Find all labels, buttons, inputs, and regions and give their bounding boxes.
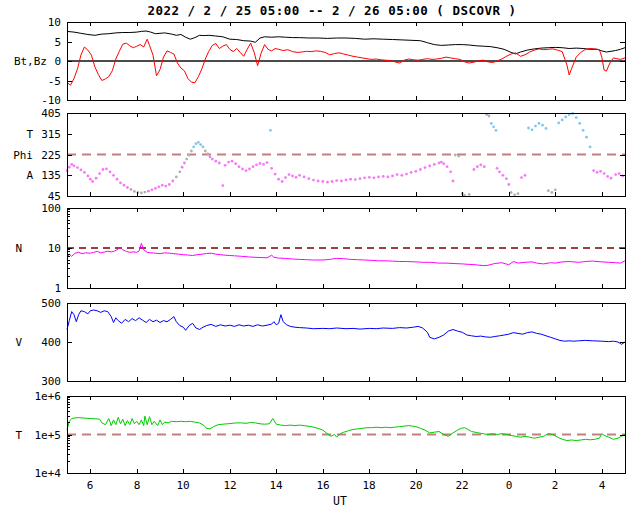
bt-bz-Bt-line: [67, 31, 625, 54]
phi-data-point: [144, 191, 147, 194]
x-tick-label: 22: [455, 479, 468, 492]
phi-data-point: [317, 180, 320, 183]
phi-data-point: [592, 169, 595, 172]
phi-data-point: [209, 155, 212, 158]
phi-data-point: [490, 122, 493, 125]
phi-data-point: [534, 125, 537, 128]
panel-label-temperature: T: [15, 429, 22, 442]
phi-data-point: [473, 168, 476, 171]
phi-data-point: [274, 173, 277, 176]
phi-data-point: [291, 175, 294, 178]
phi-data-point: [578, 122, 581, 125]
phi-data-point: [211, 158, 214, 161]
phi-data-point: [457, 155, 460, 158]
y-tick-label: 10: [48, 16, 61, 29]
y-tick-label: 1: [54, 282, 61, 295]
phi-data-point: [91, 180, 94, 183]
phi-data-point: [98, 172, 101, 175]
phi-data-point: [405, 173, 408, 176]
phi-data-point: [175, 176, 178, 179]
panel-label-phi: T: [26, 128, 33, 141]
phi-data-point: [545, 127, 548, 130]
phi-data-point: [199, 143, 202, 146]
phi-data-point: [610, 177, 613, 180]
phi-data-point: [89, 178, 92, 181]
x-tick-label: 20: [409, 479, 422, 492]
y-tick-label: 400: [41, 336, 61, 349]
phi-data-point: [95, 177, 98, 180]
phi-data-point: [440, 161, 443, 164]
y-tick-label: 300: [41, 375, 61, 388]
phi-data-point: [483, 165, 486, 168]
x-tick-label: 6: [87, 479, 94, 492]
phi-data-point: [303, 176, 306, 179]
phi-data-point: [238, 165, 241, 168]
phi-data-point: [554, 188, 557, 191]
phi-data-point: [596, 171, 599, 174]
phi-data-point: [373, 176, 376, 179]
phi-data-point: [119, 182, 122, 185]
phi-data-point: [140, 192, 143, 195]
phi-data-point: [288, 173, 291, 176]
phi-data-point: [307, 177, 310, 180]
phi-data-point: [192, 146, 195, 149]
bt-bz-Bz-line: [67, 39, 625, 85]
phi-data-point: [517, 192, 520, 195]
phi-data-point: [321, 180, 324, 183]
panel-label-phi: Phi: [13, 149, 33, 162]
phi-data-point: [354, 178, 357, 181]
phi-data-point: [234, 162, 237, 165]
x-tick-label: 2: [552, 479, 559, 492]
x-tick-label: 12: [223, 479, 236, 492]
phi-data-point: [446, 165, 449, 168]
x-tick-label: 4: [599, 479, 606, 492]
phi-data-point: [454, 154, 457, 157]
phi-data-point: [502, 174, 505, 177]
plot-panels: 1050-5-10Bt,Bz40531522513545TPhiA100101N…: [13, 16, 625, 508]
phi-data-point: [585, 136, 588, 139]
phi-data-point: [151, 188, 154, 191]
phi-data-point: [245, 169, 248, 172]
y-tick-label: -10: [41, 94, 61, 107]
phi-data-point: [382, 175, 385, 178]
panel-label-density: N: [15, 242, 22, 255]
phi-data-point: [363, 176, 366, 179]
phi-data-point: [206, 152, 209, 155]
phi-data-point: [73, 164, 76, 167]
phi-data-point: [541, 124, 544, 127]
phi-data-point: [161, 184, 164, 187]
phi-data-point: [387, 176, 390, 179]
phi-data-point: [195, 142, 198, 145]
x-axis: 6810121416182022024UT: [87, 479, 606, 508]
phi-data-point: [183, 162, 186, 165]
phi-data-point: [168, 183, 171, 186]
phi-data-point: [295, 176, 298, 179]
y-tick-label: 5: [54, 36, 61, 49]
x-axis-title: UT: [333, 494, 347, 508]
phi-data-point: [231, 160, 234, 163]
phi-data-point: [197, 141, 200, 144]
phi-data-point: [259, 162, 262, 165]
x-tick-label: 8: [134, 479, 141, 492]
y-tick-label: 1e+4: [35, 467, 62, 480]
phi-data-point: [181, 166, 184, 169]
panel-label-speed: V: [15, 336, 22, 349]
phi-data-point: [277, 178, 280, 181]
phi-data-point: [284, 176, 287, 179]
phi-data-point: [507, 183, 510, 186]
phi-data-point: [359, 177, 362, 180]
phi-data-point: [391, 175, 394, 178]
phi-data-point: [340, 180, 343, 183]
phi-data-point: [568, 113, 571, 116]
phi-data-point: [538, 122, 541, 125]
phi-data-point: [424, 166, 427, 169]
y-tick-label: 1e+6: [35, 390, 62, 403]
phi-data-point: [561, 119, 564, 122]
phi-data-point: [498, 170, 501, 173]
phi-data-point: [123, 184, 126, 187]
phi-data-point: [419, 168, 422, 171]
density-N-line: [67, 243, 625, 265]
phi-data-point: [345, 179, 348, 182]
phi-data-point: [83, 171, 86, 174]
phi-data-point: [87, 175, 90, 178]
